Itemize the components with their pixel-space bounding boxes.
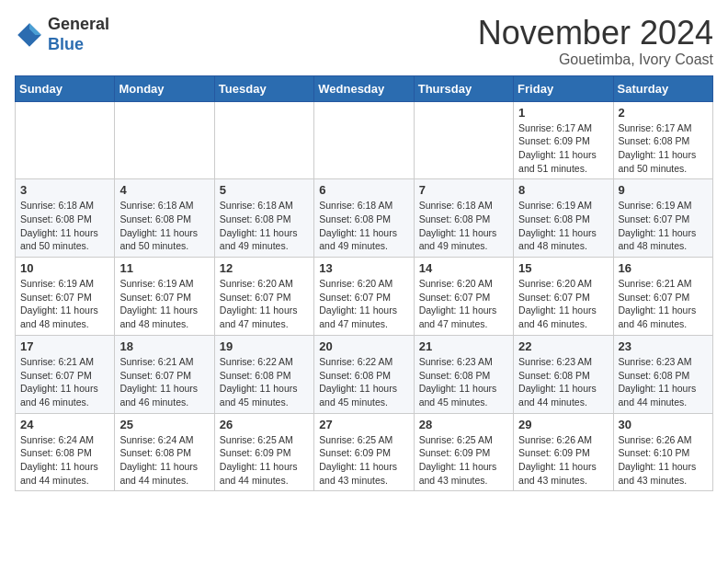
calendar-cell: 14Sunrise: 6:20 AMSunset: 6:07 PMDayligh… xyxy=(414,258,513,336)
calendar-cell: 17Sunrise: 6:21 AMSunset: 6:07 PMDayligh… xyxy=(16,335,115,413)
calendar-cell: 29Sunrise: 6:26 AMSunset: 6:09 PMDayligh… xyxy=(514,413,613,491)
day-info: Sunrise: 6:25 AMSunset: 6:09 PMDaylight:… xyxy=(419,433,508,488)
calendar-cell: 24Sunrise: 6:24 AMSunset: 6:08 PMDayligh… xyxy=(16,413,115,491)
day-info: Sunrise: 6:26 AMSunset: 6:09 PMDaylight:… xyxy=(518,433,608,488)
calendar-body: 1Sunrise: 6:17 AMSunset: 6:09 PMDaylight… xyxy=(16,101,713,491)
calendar-week-row: 1Sunrise: 6:17 AMSunset: 6:09 PMDaylight… xyxy=(16,101,713,179)
day-number: 3 xyxy=(20,183,109,197)
day-number: 19 xyxy=(220,339,309,353)
day-number: 5 xyxy=(220,183,309,197)
calendar-cell: 12Sunrise: 6:20 AMSunset: 6:07 PMDayligh… xyxy=(214,258,313,336)
calendar-cell: 18Sunrise: 6:21 AMSunset: 6:07 PMDayligh… xyxy=(115,335,214,413)
day-number: 4 xyxy=(119,183,209,197)
calendar-header: SundayMondayTuesdayWednesdayThursdayFrid… xyxy=(16,75,713,101)
logo-blue-text: Blue xyxy=(48,35,109,55)
calendar-table: SundayMondayTuesdayWednesdayThursdayFrid… xyxy=(15,75,713,492)
day-number: 25 xyxy=(119,418,209,431)
calendar-cell: 2Sunrise: 6:17 AMSunset: 6:08 PMDaylight… xyxy=(613,101,712,179)
day-info: Sunrise: 6:21 AMSunset: 6:07 PMDaylight:… xyxy=(20,355,109,409)
calendar-cell: 6Sunrise: 6:18 AMSunset: 6:08 PMDaylight… xyxy=(314,179,414,258)
day-info: Sunrise: 6:19 AMSunset: 6:07 PMDaylight:… xyxy=(619,199,708,253)
calendar-cell: 7Sunrise: 6:18 AMSunset: 6:08 PMDaylight… xyxy=(414,179,513,258)
calendar-cell: 26Sunrise: 6:25 AMSunset: 6:09 PMDayligh… xyxy=(214,413,313,491)
calendar-cell xyxy=(414,101,513,179)
logo: General Blue xyxy=(15,15,109,54)
day-number: 29 xyxy=(518,418,608,431)
weekday-header-sunday: Sunday xyxy=(16,75,115,101)
day-number: 27 xyxy=(319,418,408,431)
calendar-cell: 20Sunrise: 6:22 AMSunset: 6:08 PMDayligh… xyxy=(314,335,414,413)
page-header: General Blue November 2024 Gouetimba, Iv… xyxy=(15,15,713,68)
day-info: Sunrise: 6:17 AMSunset: 6:08 PMDaylight:… xyxy=(619,121,708,176)
day-number: 28 xyxy=(419,418,508,431)
calendar-cell: 21Sunrise: 6:23 AMSunset: 6:08 PMDayligh… xyxy=(414,335,513,413)
day-info: Sunrise: 6:20 AMSunset: 6:07 PMDaylight:… xyxy=(518,277,608,331)
day-number: 15 xyxy=(518,261,608,275)
day-info: Sunrise: 6:20 AMSunset: 6:07 PMDaylight:… xyxy=(419,277,508,331)
day-info: Sunrise: 6:23 AMSunset: 6:08 PMDaylight:… xyxy=(419,355,508,409)
day-number: 13 xyxy=(319,261,408,275)
calendar-week-row: 10Sunrise: 6:19 AMSunset: 6:07 PMDayligh… xyxy=(16,258,713,336)
day-number: 6 xyxy=(319,183,408,197)
day-number: 14 xyxy=(419,261,508,275)
calendar-cell: 16Sunrise: 6:21 AMSunset: 6:07 PMDayligh… xyxy=(613,258,712,336)
location-subtitle: Gouetimba, Ivory Coast xyxy=(478,52,713,68)
calendar-cell xyxy=(214,101,313,179)
weekday-header-friday: Friday xyxy=(514,75,613,101)
day-info: Sunrise: 6:25 AMSunset: 6:09 PMDaylight:… xyxy=(220,433,309,488)
calendar-cell: 13Sunrise: 6:20 AMSunset: 6:07 PMDayligh… xyxy=(314,258,414,336)
day-info: Sunrise: 6:18 AMSunset: 6:08 PMDaylight:… xyxy=(20,199,109,253)
day-info: Sunrise: 6:22 AMSunset: 6:08 PMDaylight:… xyxy=(220,355,309,409)
day-number: 16 xyxy=(619,261,708,275)
weekday-header-row: SundayMondayTuesdayWednesdayThursdayFrid… xyxy=(16,75,713,101)
day-number: 11 xyxy=(119,261,209,275)
day-number: 7 xyxy=(419,183,508,197)
calendar-cell: 27Sunrise: 6:25 AMSunset: 6:09 PMDayligh… xyxy=(314,413,414,491)
day-info: Sunrise: 6:24 AMSunset: 6:08 PMDaylight:… xyxy=(119,433,209,488)
day-info: Sunrise: 6:23 AMSunset: 6:08 PMDaylight:… xyxy=(518,355,608,409)
day-info: Sunrise: 6:22 AMSunset: 6:08 PMDaylight:… xyxy=(319,355,408,409)
calendar-cell: 1Sunrise: 6:17 AMSunset: 6:09 PMDaylight… xyxy=(514,101,613,179)
day-info: Sunrise: 6:25 AMSunset: 6:09 PMDaylight:… xyxy=(319,433,408,488)
calendar-cell: 10Sunrise: 6:19 AMSunset: 6:07 PMDayligh… xyxy=(16,258,115,336)
calendar-week-row: 3Sunrise: 6:18 AMSunset: 6:08 PMDaylight… xyxy=(16,179,713,258)
weekday-header-saturday: Saturday xyxy=(613,75,712,101)
day-info: Sunrise: 6:18 AMSunset: 6:08 PMDaylight:… xyxy=(419,199,508,253)
logo-general-text: General xyxy=(48,15,109,35)
day-info: Sunrise: 6:19 AMSunset: 6:08 PMDaylight:… xyxy=(518,199,608,253)
calendar-cell: 28Sunrise: 6:25 AMSunset: 6:09 PMDayligh… xyxy=(414,413,513,491)
logo-icon xyxy=(15,20,44,50)
calendar-cell: 11Sunrise: 6:19 AMSunset: 6:07 PMDayligh… xyxy=(115,258,214,336)
day-info: Sunrise: 6:19 AMSunset: 6:07 PMDaylight:… xyxy=(20,277,109,331)
day-info: Sunrise: 6:18 AMSunset: 6:08 PMDaylight:… xyxy=(319,199,408,253)
day-number: 8 xyxy=(518,183,608,197)
day-number: 21 xyxy=(419,339,508,353)
calendar-cell: 8Sunrise: 6:19 AMSunset: 6:08 PMDaylight… xyxy=(514,179,613,258)
calendar-cell: 30Sunrise: 6:26 AMSunset: 6:10 PMDayligh… xyxy=(613,413,712,491)
day-number: 17 xyxy=(20,339,109,353)
calendar-week-row: 24Sunrise: 6:24 AMSunset: 6:08 PMDayligh… xyxy=(16,413,713,491)
calendar-cell xyxy=(115,101,214,179)
weekday-header-monday: Monday xyxy=(115,75,214,101)
weekday-header-thursday: Thursday xyxy=(414,75,513,101)
calendar-cell: 4Sunrise: 6:18 AMSunset: 6:08 PMDaylight… xyxy=(115,179,214,258)
day-number: 10 xyxy=(20,261,109,275)
weekday-header-wednesday: Wednesday xyxy=(314,75,414,101)
calendar-cell: 3Sunrise: 6:18 AMSunset: 6:08 PMDaylight… xyxy=(16,179,115,258)
logo-text: General Blue xyxy=(48,15,109,54)
calendar-cell xyxy=(314,101,414,179)
day-info: Sunrise: 6:17 AMSunset: 6:09 PMDaylight:… xyxy=(518,121,608,176)
calendar-week-row: 17Sunrise: 6:21 AMSunset: 6:07 PMDayligh… xyxy=(16,335,713,413)
calendar-cell: 9Sunrise: 6:19 AMSunset: 6:07 PMDaylight… xyxy=(613,179,712,258)
day-number: 22 xyxy=(518,339,608,353)
day-number: 18 xyxy=(119,339,209,353)
calendar-cell: 19Sunrise: 6:22 AMSunset: 6:08 PMDayligh… xyxy=(214,335,313,413)
day-number: 12 xyxy=(220,261,309,275)
day-number: 23 xyxy=(619,339,708,353)
day-info: Sunrise: 6:23 AMSunset: 6:08 PMDaylight:… xyxy=(619,355,708,409)
day-info: Sunrise: 6:21 AMSunset: 6:07 PMDaylight:… xyxy=(619,277,708,331)
day-info: Sunrise: 6:18 AMSunset: 6:08 PMDaylight:… xyxy=(220,199,309,253)
calendar-cell xyxy=(16,101,115,179)
day-number: 20 xyxy=(319,339,408,353)
weekday-header-tuesday: Tuesday xyxy=(214,75,313,101)
